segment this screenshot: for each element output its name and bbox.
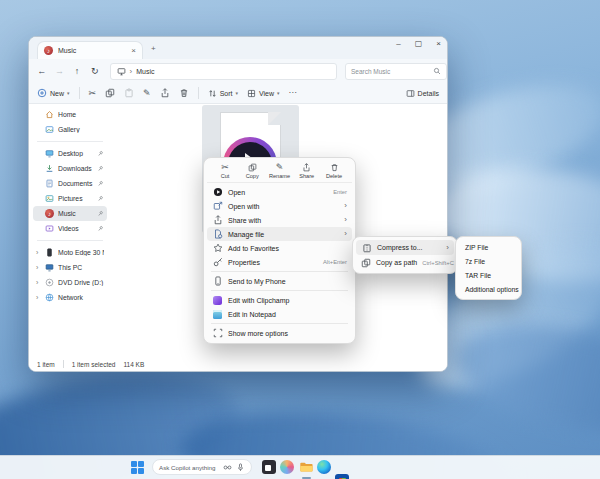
sort-button[interactable]: Sort ▾ [208,89,238,98]
compress-icon [362,243,372,253]
tab-title: Music [58,47,126,54]
more-options-button[interactable]: ⋯ [289,89,297,97]
search-input[interactable]: Search Music [345,63,447,80]
microphone-icon[interactable] [236,463,245,472]
menu-item-send-to-my-phone[interactable]: Send to My Phone [207,274,352,288]
menu-item-share-with[interactable]: Share with › [207,213,352,227]
navigation-bar: ← → ↑ ↻ › Music Search Music [29,59,447,83]
refresh-button[interactable]: ↻ [86,66,104,76]
paste-button[interactable] [124,88,134,98]
menu-item-tar-file[interactable]: TAR File [459,268,518,282]
tab-music[interactable]: ♪ Music × [37,41,143,59]
sidebar-item-dvd-drive[interactable]: › DVD Drive (D:) CCC [33,275,107,290]
menu-item-add-to-favorites[interactable]: Add to Favorites [207,241,352,255]
maximize-button[interactable]: ▢ [415,40,423,48]
sidebar-item-downloads[interactable]: Downloads [33,161,107,176]
tab-close-icon[interactable]: × [131,47,136,55]
sidebar-item-network[interactable]: › Network [33,290,107,305]
chevron-down-icon: ▾ [277,90,280,96]
expand-chevron-icon[interactable]: › [36,264,41,271]
menu-item-additional-options[interactable]: Additional options [459,282,518,296]
copy-quick-button[interactable]: Copy [240,163,264,179]
address-bar[interactable]: › Music [110,63,337,80]
breadcrumb: Music [136,68,154,75]
new-button[interactable]: New ▾ [37,88,70,98]
menu-divider [211,271,348,272]
close-button[interactable]: × [436,40,441,48]
edge-button[interactable] [317,460,331,474]
share-quick-button[interactable]: Share [295,163,319,179]
new-icon [37,88,47,98]
menu-item-manage-file[interactable]: Manage file › [207,227,352,241]
pictures-icon [45,194,54,203]
taskbar: Ask Copilot anything [0,455,600,479]
menu-item-show-more-options[interactable]: Show more options [207,326,352,340]
sidebar-divider [37,240,103,241]
menu-item-edit-in-notepad[interactable]: Edit in Notepad [207,307,352,321]
sidebar-item-documents[interactable]: Documents [33,176,107,191]
menu-divider [211,290,348,291]
store-button[interactable] [335,474,349,479]
menu-item-compress-to[interactable]: Compress to... › [356,240,454,255]
expand-chevron-icon[interactable]: › [36,294,41,301]
sidebar-item-music[interactable]: ♪ Music [33,206,107,221]
menu-item-7z-file[interactable]: 7z File [459,254,518,268]
cut-quick-button[interactable]: ✂ Cut [213,163,237,179]
sidebar-item-gallery[interactable]: Gallery [33,122,107,137]
taskbar-search[interactable]: Ask Copilot anything [152,459,252,475]
show-more-icon [213,328,223,338]
videos-icon [45,224,54,233]
delete-button[interactable] [179,88,189,98]
new-tab-button[interactable]: + [151,45,156,53]
menu-item-open-with[interactable]: Open with › [207,199,352,213]
forward-button[interactable]: → [51,66,69,76]
manage-file-icon [213,229,223,239]
cut-button[interactable]: ✂ [89,89,97,98]
sidebar-item-pictures[interactable]: Pictures [33,191,107,206]
menu-item-copy-as-path[interactable]: Copy as path Ctrl+Shift+C [356,255,454,270]
documents-icon [45,179,54,188]
sidebar-item-home[interactable]: Home [33,107,107,122]
sidebar-item-moto-edge[interactable]: › Moto Edge 30 Neo [33,245,107,260]
copy-icon [248,163,257,172]
file-explorer-button[interactable] [299,460,313,474]
sidebar-item-desktop[interactable]: Desktop [33,146,107,161]
start-button[interactable] [131,461,144,474]
share-with-icon [213,215,223,225]
breadcrumb-chevron-icon: › [130,67,133,76]
pin-icon [96,209,106,219]
expand-chevron-icon[interactable]: › [36,279,41,286]
rename-quick-button[interactable]: ✎ Rename [268,163,292,179]
search-placeholder: Search Music [351,68,433,75]
details-button[interactable]: Details [406,89,439,98]
open-with-icon [213,201,223,211]
sidebar-item-videos[interactable]: Videos [33,221,107,236]
pin-icon [96,149,106,159]
minimize-button[interactable]: – [396,40,400,48]
clipchamp-icon [213,296,222,305]
menu-item-edit-with-clipchamp[interactable]: Edit with Clipchamp [207,293,352,307]
up-button[interactable]: ↑ [68,66,86,76]
menu-item-properties[interactable]: Properties Alt+Enter [207,255,352,269]
menu-item-zip-file[interactable]: ZIP File [459,240,518,254]
delete-quick-button[interactable]: Delete [322,163,346,179]
back-button[interactable]: ← [33,66,51,76]
menu-divider [211,323,348,324]
rename-button[interactable]: ✎ [143,89,151,98]
view-button[interactable]: View ▾ [247,89,280,98]
item-count: 1 item [37,361,55,368]
share-button[interactable] [160,88,170,98]
copilot-button[interactable] [280,460,294,474]
copy-path-icon [361,258,371,268]
chevron-down-icon: ▾ [235,90,238,96]
task-view-button[interactable] [262,460,276,474]
rename-icon: ✎ [276,163,284,172]
copy-button[interactable] [105,88,115,98]
toolbar-divider [198,87,199,99]
expand-chevron-icon[interactable]: › [36,249,41,256]
pin-icon [96,224,106,234]
desktop-icon [45,149,54,158]
menu-item-open[interactable]: Open Enter [207,185,352,199]
sidebar-item-this-pc[interactable]: › This PC [33,260,107,275]
submenu-chevron-icon: › [344,230,347,238]
